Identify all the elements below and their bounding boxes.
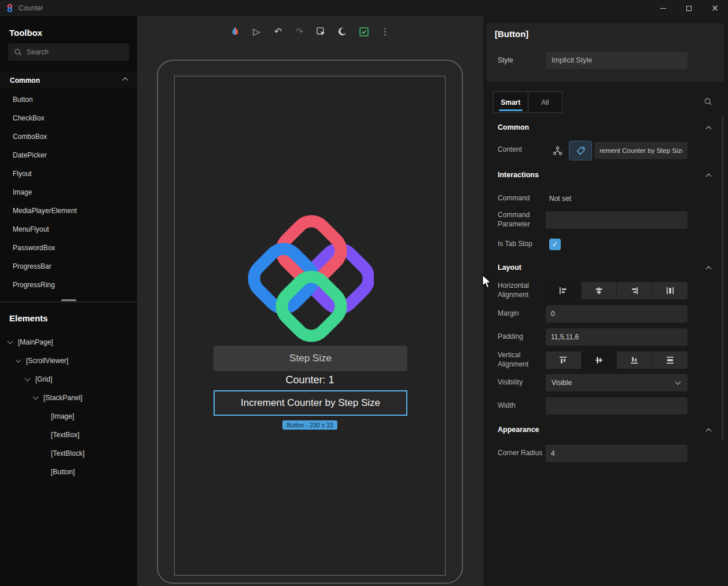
counter-textblock: Counter: 1 xyxy=(175,374,445,386)
element-picker-button[interactable] xyxy=(314,24,328,39)
content-input[interactable] xyxy=(594,142,687,159)
scrollbar-thumb[interactable] xyxy=(722,116,723,440)
chevron-up-icon xyxy=(706,126,712,132)
hot-reload-status-check-icon xyxy=(359,27,369,37)
h-align-right-button[interactable] xyxy=(616,282,652,299)
tab-all[interactable]: All xyxy=(528,92,562,112)
toolbox-item-image[interactable]: Image xyxy=(0,183,137,202)
command-parameter-field[interactable] xyxy=(546,211,687,229)
chevron-down-icon[interactable] xyxy=(8,339,13,345)
tree-item-scrollviewer[interactable]: [ScrollViewer] xyxy=(0,351,137,370)
is-tab-stop-checkbox[interactable]: ✓ xyxy=(549,239,561,250)
visibility-value: Visible xyxy=(551,379,572,387)
play-button[interactable]: ▷ xyxy=(249,24,264,39)
tree-item-stackpanel[interactable]: [StackPanel] xyxy=(0,389,137,407)
style-input[interactable] xyxy=(546,52,687,69)
toolbox-item-progressring[interactable]: ProgressRing xyxy=(0,276,137,294)
toolbox-item-checkbox[interactable]: CheckBox xyxy=(0,109,137,127)
search-icon xyxy=(14,48,22,56)
v-align-center-button[interactable] xyxy=(581,351,617,369)
content-binding-button[interactable] xyxy=(546,141,568,160)
selection-size-badge: Button - 230 x 33 xyxy=(282,420,338,430)
corner-radius-field[interactable] xyxy=(546,445,687,462)
command-row: Command Not set xyxy=(483,191,728,206)
section-common[interactable]: Common xyxy=(483,119,728,137)
undo-button[interactable]: ↶ xyxy=(271,24,285,39)
toolbox-search[interactable] xyxy=(8,43,129,61)
properties-panel: [Button] Style Smart All Common Content xyxy=(483,16,728,586)
step-size-textbox[interactable]: Step Size xyxy=(214,346,407,371)
style-label: Style xyxy=(498,56,513,64)
toolbox-item-button[interactable]: Button xyxy=(0,90,137,109)
v-align-top-button[interactable] xyxy=(546,351,581,369)
chevron-down-icon[interactable] xyxy=(33,394,39,400)
tree-item-grid[interactable]: [Grid] xyxy=(0,370,137,389)
align-top-icon xyxy=(558,356,568,365)
maximize-button[interactable] xyxy=(676,0,702,16)
padding-input[interactable] xyxy=(546,328,687,346)
tree-item-textbox[interactable]: [TextBox] xyxy=(0,426,137,444)
tree-item-label: [TextBox] xyxy=(51,431,79,439)
app-logo xyxy=(247,215,374,345)
section-appearance[interactable]: Appearance xyxy=(483,422,728,439)
toolbox-group-common[interactable]: Common xyxy=(0,72,137,89)
content-field[interactable] xyxy=(594,142,687,159)
hot-design-flame-button[interactable] xyxy=(228,24,242,39)
tree-item-label: [Image] xyxy=(51,412,74,420)
toolbox-item-flyout[interactable]: Flyout xyxy=(0,164,137,183)
tree-item-textblock[interactable]: [TextBlock] xyxy=(0,444,137,463)
toolbox-item-datepicker[interactable]: DatePicker xyxy=(0,146,137,164)
tree-item-label: [ScrollViewer] xyxy=(26,357,68,365)
toolbox-item-progressbar[interactable]: ProgressBar xyxy=(0,257,137,276)
chevron-down-icon xyxy=(675,379,681,385)
corner-radius-input[interactable] xyxy=(546,445,687,462)
increment-button[interactable]: Increment Counter by Step Size xyxy=(214,390,407,416)
chevron-up-icon xyxy=(706,266,712,272)
command-parameter-input[interactable] xyxy=(546,211,687,229)
h-align-center-button[interactable] xyxy=(581,282,617,299)
toolbox-list: Button CheckBox ComboBox DatePicker Flyo… xyxy=(0,90,137,294)
property-search-button[interactable] xyxy=(704,97,712,106)
minimize-button[interactable] xyxy=(650,0,676,16)
minimize-icon xyxy=(660,8,666,9)
chevron-up-icon xyxy=(706,174,712,180)
visibility-dropdown[interactable]: Visible xyxy=(546,374,687,391)
toolbox-search-input[interactable] xyxy=(27,48,123,56)
splitter-handle-icon xyxy=(61,299,76,301)
section-layout[interactable]: Layout xyxy=(483,259,728,277)
tree-item-image[interactable]: [Image] xyxy=(0,407,137,426)
more-options-icon: ⋮ xyxy=(381,26,390,37)
margin-input[interactable] xyxy=(546,305,687,323)
section-interactions-heading: Interactions xyxy=(498,171,539,179)
chevron-down-icon[interactable] xyxy=(25,376,31,382)
width-field[interactable] xyxy=(546,397,687,415)
v-align-stretch-button[interactable] xyxy=(652,351,688,369)
padding-field[interactable] xyxy=(546,328,687,346)
section-interactions[interactable]: Interactions xyxy=(483,167,728,184)
margin-field[interactable] xyxy=(546,305,687,323)
tree-item-mainpage[interactable]: [MainPage] xyxy=(0,333,137,351)
redo-button[interactable]: ↷ xyxy=(292,24,307,39)
align-middle-icon xyxy=(594,356,604,365)
toolbox-item-menuflyout[interactable]: MenuFlyout xyxy=(0,220,137,239)
content-literal-button[interactable] xyxy=(569,141,591,160)
width-input[interactable] xyxy=(546,397,687,415)
chevron-down-icon[interactable] xyxy=(16,357,21,363)
tab-smart[interactable]: Smart xyxy=(494,92,528,112)
toolbox-item-combobox[interactable]: ComboBox xyxy=(0,127,137,146)
panel-splitter[interactable] xyxy=(0,298,137,302)
theme-toggle-button[interactable] xyxy=(335,24,350,39)
tree-item-button[interactable]: [Button] xyxy=(0,463,137,481)
more-options-button[interactable]: ⋮ xyxy=(378,24,392,39)
section-appearance-heading: Appearance xyxy=(498,426,539,434)
h-align-stretch-button[interactable] xyxy=(652,282,688,299)
toolbox-item-passwordbox[interactable]: PasswordBox xyxy=(0,239,137,257)
close-button[interactable]: × xyxy=(702,0,728,16)
corner-radius-label: Corner Radius xyxy=(498,449,545,458)
h-align-left-button[interactable] xyxy=(546,282,581,299)
toolbox-item-mediaplayerelement[interactable]: MediaPlayerElement xyxy=(0,202,137,220)
hot-reload-status-button[interactable] xyxy=(356,24,371,39)
window-controls: × xyxy=(650,0,728,16)
style-field[interactable] xyxy=(546,52,687,69)
v-align-bottom-button[interactable] xyxy=(616,351,652,369)
